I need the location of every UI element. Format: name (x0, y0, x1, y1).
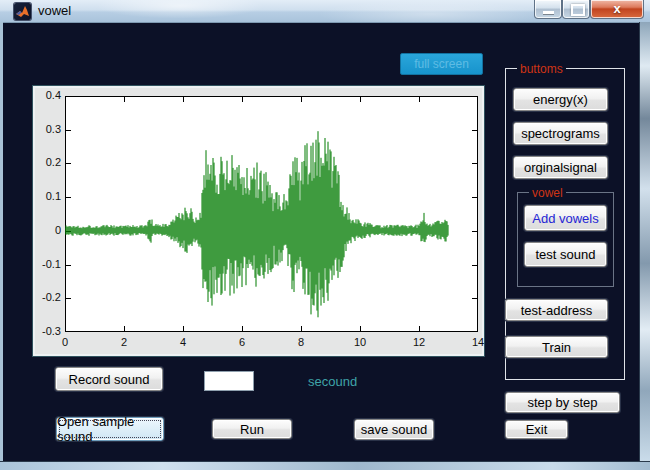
step-by-step-button[interactable]: step by step (505, 392, 620, 413)
y-tick-label: -0.1 (35, 258, 61, 270)
buttoms-panel-label: buttoms (517, 62, 566, 76)
matlab-icon (14, 3, 31, 20)
open-sample-sound-button[interactable]: Open sample sound (56, 417, 164, 441)
window-title: vowel (38, 3, 71, 18)
x-tick-label: 14 (463, 336, 493, 348)
close-button[interactable]: x (590, 0, 644, 19)
x-tick-label: 6 (227, 336, 257, 348)
waveform-plot-panel: 024681012140.40.30.20.10-0.1-0.2-0.3 (33, 86, 484, 356)
minimize-icon (543, 11, 554, 14)
test-address-button[interactable]: test-address (505, 299, 608, 321)
save-sound-button[interactable]: save sound (354, 419, 434, 440)
seconds-label: secound (308, 374, 357, 389)
add-vowels-button[interactable]: Add vowels (524, 205, 607, 231)
window-border-right (639, 22, 650, 461)
y-tick-label: 0.1 (35, 190, 61, 202)
vowel-panel-label: vowel (529, 186, 566, 200)
x-tick-label: 12 (404, 336, 434, 348)
x-tick-label: 0 (50, 336, 80, 348)
y-tick-label: 0.4 (35, 89, 61, 101)
y-tick-label: 0.3 (35, 123, 61, 135)
originalsignal-button[interactable]: orginalsignal (513, 156, 608, 179)
waveform-svg (65, 96, 478, 332)
spectrograms-button[interactable]: spectrograms (513, 122, 608, 145)
record-sound-button[interactable]: Record sound (55, 367, 163, 391)
seconds-input[interactable] (204, 371, 254, 391)
maximize-button[interactable] (562, 0, 590, 19)
y-tick-label: -0.3 (35, 325, 61, 337)
close-icon: x (591, 1, 643, 16)
x-tick-label: 2 (109, 336, 139, 348)
full-screen-button[interactable]: full screen (400, 53, 483, 75)
window-border-bottom (0, 461, 650, 470)
x-tick-label: 4 (168, 336, 198, 348)
x-tick-label: 10 (345, 336, 375, 348)
run-button[interactable]: Run (212, 419, 292, 439)
exit-button[interactable]: Exit (505, 420, 568, 439)
maximize-icon (571, 4, 585, 16)
window-border-left (0, 22, 3, 461)
energy-button[interactable]: energy(x) (513, 88, 608, 111)
matlab-figure-window: vowel x full screen 024681012140.40.30.2… (0, 0, 650, 470)
waveform-axes (65, 96, 478, 332)
minimize-button[interactable] (534, 0, 562, 19)
test-sound-button[interactable]: test sound (524, 242, 607, 267)
y-tick-label: 0.2 (35, 156, 61, 168)
y-tick-label: -0.2 (35, 291, 61, 303)
titlebar[interactable]: vowel x (0, 0, 650, 23)
train-button[interactable]: Train (505, 336, 608, 358)
y-tick-label: 0 (35, 224, 61, 236)
x-tick-label: 8 (286, 336, 316, 348)
